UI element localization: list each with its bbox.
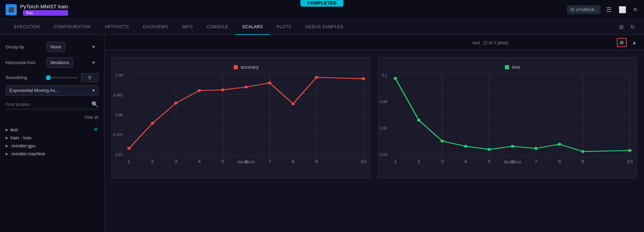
fullscreen-icon-btn[interactable]: ⬜	[617, 5, 628, 15]
tree-item-monitor-gpu-label: :monitor:gpu	[10, 143, 35, 148]
search-input[interactable]	[6, 102, 90, 107]
svg-text:6: 6	[511, 159, 514, 164]
chevron-down-icon: ▶	[6, 128, 8, 132]
tree-item-test-label: test	[10, 127, 18, 132]
grid-toggle-button[interactable]: ⊞	[617, 38, 627, 47]
smoothing-slider[interactable]	[47, 77, 78, 78]
loss-chart-area: 0.1 0.08 0.06 0.04	[395, 73, 630, 157]
hide-all-button[interactable]: Hide all	[84, 115, 98, 120]
loss-chart: loss 0.1 0.08 0.06 0.04	[378, 57, 637, 179]
svg-point-49	[628, 149, 631, 152]
content-area: test (2 of 2 plots) ⊞ ▲ accuracy 0.99	[104, 35, 644, 232]
svg-point-14	[221, 88, 224, 91]
tab-execution[interactable]: EXECUTION	[7, 20, 47, 35]
svg-point-11	[151, 122, 154, 125]
scalar-tree: ▶ test 👁 ▶ train - loss ▶ :monitor:gpu ▶…	[6, 125, 98, 158]
visibility-icon[interactable]: 👁	[94, 127, 98, 132]
y-label-099: 0.99	[115, 73, 123, 77]
section-subtitle: (2 of 2 plots)	[483, 40, 508, 45]
refresh-icon-btn[interactable]: ↻	[628, 22, 637, 32]
nav-right-icons: ⊞ ↻	[617, 22, 637, 32]
tree-item-test[interactable]: ▶ test 👁	[6, 125, 98, 134]
smoothing-row: Smoothing	[6, 73, 98, 82]
section-header: test (2 of 2 plots) ⊞ ▲	[104, 35, 644, 50]
id-badge: ID e7cd60c6...	[567, 6, 601, 14]
horizontal-axis-select[interactable]: Iterations	[47, 57, 73, 68]
horizontal-axis-row: Horizontal Axis Iterations ▼	[6, 57, 98, 68]
svg-point-40	[394, 77, 397, 80]
app-title: PyTorch MNIST train	[20, 3, 68, 9]
group-by-arrow-icon: ▼	[91, 45, 96, 49]
y-label-01: 0.1	[382, 73, 387, 77]
slider-thumb[interactable]	[46, 75, 51, 80]
svg-text:6: 6	[245, 159, 248, 164]
svg-text:3: 3	[174, 159, 177, 164]
svg-text:3: 3	[441, 159, 444, 164]
svg-text:8: 8	[558, 159, 561, 164]
table-view-icon-btn[interactable]: ⊞	[617, 22, 626, 32]
top-right-actions: ID e7cd60c6... ☰ ⬜ ≡	[567, 5, 638, 15]
sidebar: Group by None ▼ Horizontal Axis Iteratio…	[0, 35, 104, 232]
accuracy-svg: 1 2 3 4 5 6 7 8 9 10	[129, 73, 363, 157]
accuracy-legend-dot	[234, 65, 238, 69]
svg-text:4: 4	[198, 159, 201, 164]
tab-scalars[interactable]: SCALARS	[235, 20, 270, 35]
tab-debug-samples[interactable]: DEBUG SAMPLES	[298, 20, 350, 35]
tree-item-monitor-gpu[interactable]: ▶ :monitor:gpu	[6, 142, 98, 150]
horizontal-axis-label: Horizontal Axis	[6, 60, 44, 65]
main-layout: Group by None ▼ Horizontal Axis Iteratio…	[0, 35, 644, 232]
smoothing-method-wrapper: Exponential Moving Av... ▼	[6, 85, 98, 95]
tab-plots[interactable]: PLOTS	[270, 20, 298, 35]
svg-text:10: 10	[627, 159, 633, 164]
tab-dataviews[interactable]: DATAVIEWS	[136, 20, 175, 35]
horizontal-axis-select-wrapper: Iterations ▼	[47, 57, 98, 68]
section-title: test (2 of 2 plots)	[364, 40, 617, 45]
svg-text:5: 5	[488, 159, 491, 164]
y-label-004: 0.04	[380, 153, 387, 157]
y-label-0975: 0.975	[113, 133, 123, 137]
smoothing-section: Smoothing Exponential Moving Av... ▼	[6, 73, 98, 95]
chevron-right-icon: ▶	[6, 136, 8, 140]
search-icon[interactable]: 🔍	[91, 101, 98, 108]
group-by-select[interactable]: None	[47, 42, 65, 52]
tree-item-monitor-machine[interactable]: ▶ :monitor:machine	[6, 150, 98, 158]
loss-legend: loss	[395, 64, 630, 70]
y-label-0985: 0.985	[113, 93, 123, 97]
group-by-select-wrapper: None ▼	[47, 42, 98, 52]
tab-artifacts[interactable]: ARTIFACTS	[98, 20, 136, 35]
tree-item-train-loss[interactable]: ▶ train - loss	[6, 134, 98, 142]
svg-text:9: 9	[581, 159, 585, 164]
svg-text:2: 2	[417, 159, 420, 164]
exp-select-wrapper: Exponential Moving Av... ▼	[6, 85, 98, 95]
tab-configuration[interactable]: CONFIGURATION	[47, 20, 98, 35]
loss-svg: 1 2 3 4 5 6 7 8 9 10	[395, 73, 630, 157]
section-title-text: test	[473, 40, 480, 45]
smoothing-method-select[interactable]: Exponential Moving Av...	[6, 85, 98, 95]
accuracy-legend: accuracy	[129, 64, 363, 70]
svg-point-16	[268, 82, 271, 84]
accuracy-chart-area: 0.99 0.985 0.98 0.975 0.97	[129, 73, 363, 157]
top-bar: ⬛ PyTorch MNIST train Test COMPLETED ID …	[0, 0, 644, 20]
tab-info[interactable]: INFO	[175, 20, 200, 35]
tab-console[interactable]: CONSOLE	[200, 20, 235, 35]
completed-badge: COMPLETED	[300, 0, 344, 7]
tree-item-train-loss-label: train - loss	[10, 135, 31, 140]
y-label-008: 0.08	[380, 100, 387, 104]
id-value: e7cd60c6...	[576, 7, 597, 12]
svg-text:4: 4	[464, 159, 467, 164]
comments-icon-btn[interactable]: ☰	[605, 5, 613, 15]
search-row: 🔍	[6, 101, 98, 109]
horizontal-axis-arrow-icon: ▼	[91, 60, 96, 65]
svg-text:8: 8	[291, 159, 295, 164]
svg-point-44	[487, 148, 491, 151]
menu-icon-btn[interactable]: ≡	[632, 5, 638, 15]
smoothing-value-input[interactable]	[81, 73, 98, 82]
y-label-097: 0.97	[115, 153, 123, 157]
svg-point-46	[534, 147, 538, 150]
collapse-button[interactable]: ▲	[631, 39, 637, 46]
svg-text:7: 7	[268, 159, 271, 164]
chevron-right-icon-gpu: ▶	[6, 144, 8, 148]
accuracy-chart: accuracy 0.99 0.985 0.98 0.975 0.97	[111, 57, 371, 179]
svg-text:1: 1	[128, 159, 131, 164]
svg-point-13	[198, 89, 201, 92]
